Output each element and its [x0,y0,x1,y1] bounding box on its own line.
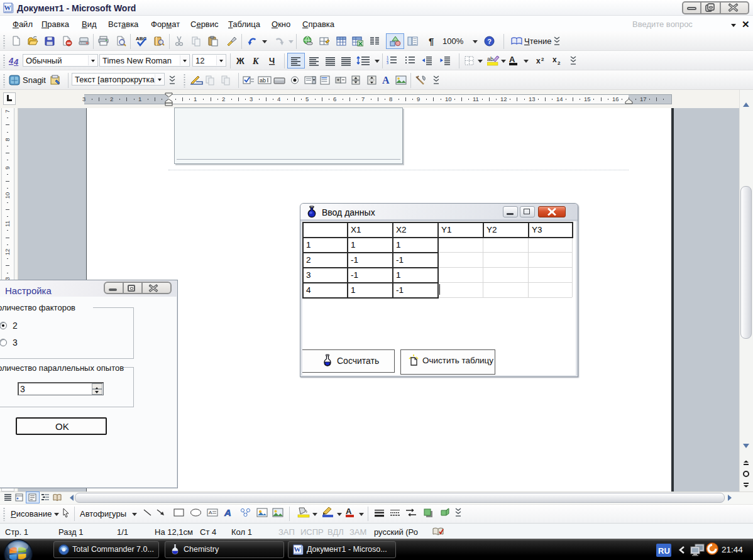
svg-text:2: 2 [558,60,561,66]
svg-text:4: 4 [9,56,14,65]
svg-text:К: К [252,57,260,66]
svg-text:А: А [346,507,352,516]
svg-text:Ч: Ч [269,56,275,65]
svg-text:2: 2 [541,57,544,62]
svg-text:ab: ab [487,56,493,62]
svg-text:x: x [552,55,557,64]
svg-text:¶: ¶ [429,36,434,47]
svg-text:3: 3 [387,61,388,65]
svg-text:А: А [509,55,515,64]
svg-text:W: W [294,546,301,553]
svg-text:A: A [224,507,231,518]
svg-text:A: A [382,75,390,85]
svg-text:Ж: Ж [236,56,245,66]
svg-text:?: ? [487,38,492,45]
svg-text:W: W [4,4,11,11]
svg-text:4: 4 [13,57,19,66]
svg-text:x: x [536,57,541,65]
svg-text:ab: ab [260,77,266,84]
svg-text:А: А [209,510,212,515]
